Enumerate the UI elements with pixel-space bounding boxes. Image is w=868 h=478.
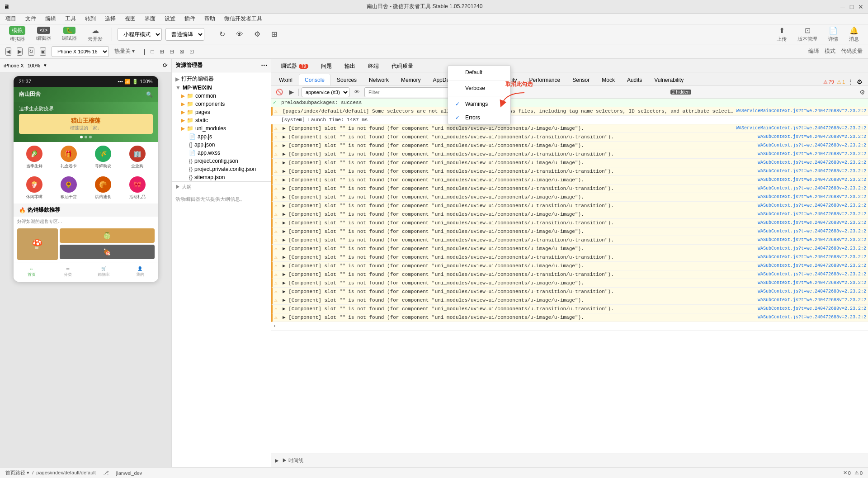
console-log-area[interactable]: ✓ preloadSubpackages: success ⚠ [pages/i… xyxy=(271,99,868,454)
refresh-icon-btn[interactable]: ↻ xyxy=(216,29,229,39)
console-filter-input[interactable] xyxy=(364,87,455,97)
dropdown-default[interactable]: Default xyxy=(448,66,510,79)
rotate-icon[interactable]: ⟳ xyxy=(163,62,168,69)
log-link-5[interactable]: WASubContext.js?t=we.240472688v=2.23.2:2 xyxy=(758,151,866,158)
file-item-static[interactable]: ▶ 📁 static xyxy=(172,116,271,124)
nav-home[interactable]: ⌂ 首页 xyxy=(14,262,50,282)
menu-item-weixin-devtools[interactable]: 微信开发者工具 xyxy=(222,15,264,23)
timeline-bar[interactable]: ▶ ▶ 时间线 xyxy=(271,454,868,467)
code-quality-btn[interactable]: 代码质量 xyxy=(841,47,863,55)
layout-btn-3[interactable]: ⊟ xyxy=(170,48,174,55)
tab-terminal[interactable]: 终端 xyxy=(362,60,385,72)
product-thumb-2[interactable]: 🍈 xyxy=(60,228,155,243)
layout-btn-2[interactable]: ⊞ xyxy=(160,48,164,55)
menu-item-goto[interactable]: 转到 xyxy=(83,15,98,23)
back-button[interactable]: ◀ xyxy=(5,47,11,56)
log-link-23[interactable]: WASubContext.js?t=we.240472688v=2.23.2:2 xyxy=(758,305,866,312)
tab-console[interactable]: Console xyxy=(299,74,330,85)
file-item-common[interactable]: ▶ 📁 common xyxy=(172,92,271,100)
log-link-9[interactable]: WASubContext.js?t=we.240472688v=2.23.2:2 xyxy=(758,185,866,192)
menu-item-tool[interactable]: 工具 xyxy=(63,15,78,23)
menu-item-help[interactable]: 帮助 xyxy=(203,15,217,23)
tab-vulnerability[interactable]: Vulnerability xyxy=(648,74,689,85)
log-link-17[interactable]: WASubContext.js?t=we.240472688v=2.23.2:2 xyxy=(758,254,866,261)
forward-button[interactable]: ▶ xyxy=(17,47,23,56)
log-link-3[interactable]: WASubContext.js?t=we.240472688v=2.23.2:2 xyxy=(758,133,866,141)
devtools-dots-icon[interactable]: ⋮ xyxy=(848,78,854,85)
tab-network[interactable]: Network xyxy=(363,74,395,85)
menu-item-file[interactable]: 文件 xyxy=(24,15,38,23)
log-link-1[interactable]: WAServiceMainContext.js?t=we.240472688v=… xyxy=(736,108,866,115)
version-button[interactable]: ⊡ 版本管理 xyxy=(794,25,821,43)
log-link-18[interactable]: WASubContext.js?t=we.240472688v=2.23.2:2 xyxy=(758,262,866,270)
phone-icon-grain[interactable]: 🌻 粮油干货 xyxy=(61,176,77,200)
log-link-15[interactable]: WASubContext.js?t=we.240472688v=2.23.2:2 xyxy=(758,237,866,244)
log-link-13[interactable]: WASubContext.js?t=we.240472688v=2.23.2:2 xyxy=(758,219,866,227)
log-link-24[interactable]: WASubContext.js?t=we.240472688v=2.23.2:2 xyxy=(758,314,866,321)
file-item-components[interactable]: ▶ 📁 components xyxy=(172,100,271,108)
log-link-22[interactable]: WASubContext.js?t=we.240472688v=2.23.2:2 xyxy=(758,297,866,304)
nav-cart[interactable]: 🛒 购物车 xyxy=(86,262,122,282)
hotkeys-toggle[interactable]: 热量关 ▾ xyxy=(114,47,135,55)
layout-btn-5[interactable]: ⊡ xyxy=(189,48,194,55)
pattern-btn[interactable]: 模式 xyxy=(825,47,835,55)
tab-problems[interactable]: 问题 xyxy=(315,60,338,72)
editor-button[interactable]: </> 编辑器 xyxy=(33,26,55,43)
menu-item-project[interactable]: 项目 xyxy=(4,15,18,23)
menu-item-select[interactable]: 选择 xyxy=(103,15,118,23)
log-link-2[interactable]: WAServiceMainContext.js?t=we.240472688v=… xyxy=(736,125,866,132)
outline-section[interactable]: ▶ 大纲 xyxy=(172,181,271,192)
log-link-10[interactable]: WASubContext.js?t=we.240472688v=2.23.2:2 xyxy=(758,194,866,201)
refresh-button[interactable]: ↻ xyxy=(28,47,34,56)
settings-icon-btn[interactable]: ⚙ xyxy=(250,29,264,39)
log-link-14[interactable]: WASubContext.js?t=we.240472688v=2.23.2:2 xyxy=(758,228,866,235)
log-link-21[interactable]: WASubContext.js?t=we.240472688v=2.23.2:2 xyxy=(758,288,866,295)
zoom-down-icon[interactable]: ▾ xyxy=(44,62,47,68)
maximize-button[interactable]: □ xyxy=(848,3,855,10)
mode-select[interactable]: 小程序模式 xyxy=(118,28,162,41)
phone-icon-farm[interactable]: 🌾 寻鲜助农 xyxy=(95,146,111,169)
file-item-sitemap[interactable]: {} sitemap.json xyxy=(172,173,271,181)
console-source-select[interactable]: appservice (#3) xyxy=(302,87,349,97)
tab-output[interactable]: 输出 xyxy=(339,60,361,72)
file-item-mp-weixin[interactable]: ▼ MP-WEIXIN xyxy=(172,84,271,92)
phone-icon-gifts[interactable]: 🎀 活动礼品 xyxy=(129,176,146,200)
stop-button[interactable]: ◉ xyxy=(40,47,46,56)
log-link-12[interactable]: WASubContext.js?t=we.240472688v=2.23.2:2 xyxy=(758,211,866,218)
close-button[interactable]: ✕ xyxy=(857,3,864,10)
product-thumb-1[interactable]: 🍄 xyxy=(17,228,58,260)
menu-item-settings[interactable]: 设置 xyxy=(163,15,177,23)
cloud-button[interactable]: ☁ 云开发 xyxy=(84,25,106,43)
log-link-20[interactable]: WASubContext.js?t=we.240472688v=2.23.2:2 xyxy=(758,279,866,287)
file-item-pages[interactable]: ▶ 📁 pages xyxy=(172,108,271,116)
details-button[interactable]: 📄 详情 xyxy=(825,25,842,43)
menu-item-edit[interactable]: 编辑 xyxy=(43,15,58,23)
eye-btn[interactable]: 👁 xyxy=(352,88,362,96)
file-item-appjs[interactable]: 📄 app.js xyxy=(172,133,271,141)
devtools-settings-icon[interactable]: ⚙ xyxy=(857,78,863,85)
phone-icon-snack[interactable]: 🍿 休闲零嘴 xyxy=(26,176,42,200)
tab-mock[interactable]: Mock xyxy=(596,74,621,85)
file-item-open-editors[interactable]: ▶ 打开的编辑器 xyxy=(172,74,271,84)
compile-select[interactable]: 普通编译 xyxy=(165,28,204,41)
tab-wxml[interactable]: Wxml xyxy=(273,74,298,85)
console-toggle-btn[interactable]: ▶ xyxy=(288,88,296,96)
debugger-button[interactable]: 🐛 调试器 xyxy=(58,26,80,43)
file-panel-more-icon[interactable]: ⋯ xyxy=(261,62,267,69)
file-item-appwxss[interactable]: 📄 app.wxss xyxy=(172,149,271,157)
file-item-uni-modules[interactable]: ▶ 📁 uni_modules xyxy=(172,124,271,133)
layout-btn-1[interactable]: □ xyxy=(151,48,154,55)
upload-button[interactable]: ⬆ 上传 xyxy=(773,25,790,43)
log-link-16[interactable]: WASubContext.js?t=we.240472688v=2.23.2:2 xyxy=(758,245,866,252)
console-clear-btn[interactable]: 🚫 xyxy=(274,88,285,96)
tab-code-quality[interactable]: 代码质量 xyxy=(386,60,419,72)
phone-icon-bakery[interactable]: 🥐 烘焙速食 xyxy=(95,176,111,200)
notification-button[interactable]: 🔔 消息 xyxy=(845,25,863,43)
phone-search-icon[interactable]: 🔍 xyxy=(146,91,153,98)
phone-icon-seasonal[interactable]: 🥬 当季生鲜 xyxy=(26,146,42,169)
log-link-19[interactable]: WASubContext.js?t=we.240472688v=2.23.2:2 xyxy=(758,271,866,278)
tab-memory[interactable]: Memory xyxy=(395,74,426,85)
dropdown-errors[interactable]: ✓ Errors xyxy=(448,111,510,124)
log-link-8[interactable]: WASubContext.js?t=we.240472688v=2.23.2:2 xyxy=(758,176,866,184)
layout-btn-4[interactable]: ⊠ xyxy=(179,48,184,55)
